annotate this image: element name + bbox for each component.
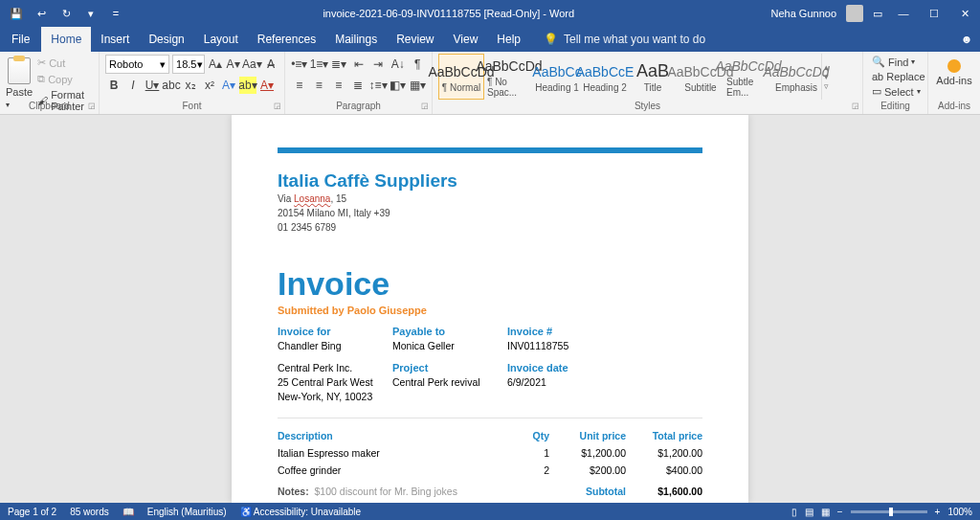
italic-button[interactable]: I <box>124 77 142 94</box>
grow-font-icon[interactable]: A▴ <box>208 56 223 73</box>
tab-review[interactable]: Review <box>387 27 443 52</box>
numbering-icon[interactable]: 1≡▾ <box>311 56 328 73</box>
document-canvas[interactable]: Italia Caffè Suppliers Via Losanna, 15 2… <box>0 115 980 503</box>
style-emphasis[interactable]: AaBbCcDdEmphasis <box>773 54 819 100</box>
align-center-icon[interactable]: ≡ <box>311 77 328 94</box>
notes-label: Notes: <box>278 486 309 497</box>
styles-scroll[interactable]: ▴▾▿ <box>821 54 835 100</box>
tab-file[interactable]: File <box>0 27 41 52</box>
justify-icon[interactable]: ≣ <box>350 77 368 94</box>
row-desc: Italian Espresso maker <box>278 447 511 459</box>
bold-button[interactable]: B <box>105 77 122 94</box>
multilevel-icon[interactable]: ≣▾ <box>331 56 348 73</box>
underline-button[interactable]: U▾ <box>144 77 161 94</box>
select-button[interactable]: ▭ Select <box>869 84 922 99</box>
style-heading1[interactable]: AaBbCcHeading 1 <box>534 54 580 100</box>
zoom-in-icon[interactable]: + <box>935 507 941 517</box>
invoice-for-street: 25 Central Park West <box>278 376 392 388</box>
view-web-icon[interactable]: ▦ <box>821 507 830 517</box>
addins-button[interactable]: Add-ins <box>934 54 974 86</box>
avatar[interactable] <box>846 5 863 22</box>
addr-misspell: Losanna <box>294 193 330 204</box>
col-total: Total price <box>626 430 702 441</box>
styles-launcher-icon[interactable]: ◲ <box>852 102 859 110</box>
row-qty: 1 <box>511 447 549 459</box>
subscript-button[interactable]: x₂ <box>182 77 199 94</box>
paragraph-group-label: Paragraph <box>336 101 381 111</box>
font-color-icon[interactable]: A▾ <box>258 77 276 94</box>
shrink-font-icon[interactable]: A▾ <box>226 56 241 73</box>
style-name: Heading 2 <box>583 82 627 93</box>
addins-group-label: Add-ins <box>938 101 970 111</box>
qat-more-icon[interactable]: ▾ <box>80 3 101 24</box>
font-name-select[interactable]: Roboto▾ <box>105 55 169 74</box>
zoom-slider[interactable] <box>851 510 927 513</box>
cut-button[interactable]: ✂ Cut <box>34 56 93 70</box>
tab-layout[interactable]: Layout <box>194 27 248 52</box>
font-launcher-icon[interactable]: ◲ <box>274 102 281 110</box>
tab-view[interactable]: View <box>444 27 488 52</box>
view-read-icon[interactable]: ▯ <box>791 507 797 517</box>
tab-mailings[interactable]: Mailings <box>325 27 387 52</box>
tell-me[interactable]: 💡 Tell me what you want to do <box>530 27 705 52</box>
select-label: Select <box>884 86 914 98</box>
feedback-icon[interactable]: ☻ <box>953 27 980 52</box>
find-button[interactable]: 🔍 Find <box>869 55 922 69</box>
align-right-icon[interactable]: ≡ <box>330 77 347 94</box>
superscript-button[interactable]: x² <box>201 77 218 94</box>
status-accessibility[interactable]: ♿ Accessibility: Unavailable <box>240 507 362 517</box>
indent-icon[interactable]: ⇥ <box>370 56 388 73</box>
copy-button[interactable]: ⧉ Copy <box>34 72 93 86</box>
row-total: $400.00 <box>626 464 702 476</box>
tab-insert[interactable]: Insert <box>91 27 139 52</box>
zoom-out-icon[interactable]: − <box>837 507 843 517</box>
row-desc: Coffee grinder <box>278 464 511 476</box>
style-nospacing[interactable]: AaBbCcDd¶ No Spac... <box>486 54 532 100</box>
close-icon[interactable]: ✕ <box>949 8 980 20</box>
status-page[interactable]: Page 1 of 2 <box>8 507 56 517</box>
line-spacing-icon[interactable]: ↕≡▾ <box>369 77 387 94</box>
status-words[interactable]: 85 words <box>70 507 109 517</box>
text-effects-icon[interactable]: A▾ <box>220 77 237 94</box>
show-marks-icon[interactable]: ¶ <box>410 56 427 73</box>
invoice-for-city: New-York, NY, 10023 <box>278 391 392 402</box>
style-sample: AaBbCcE <box>576 61 635 82</box>
styles-gallery[interactable]: AaBbCcDd¶ Normal AaBbCcDd¶ No Spac... Aa… <box>438 54 857 100</box>
align-left-icon[interactable]: ≡ <box>291 77 308 94</box>
tab-design[interactable]: Design <box>139 27 193 52</box>
undo-icon[interactable]: ↩ <box>31 3 52 24</box>
page: Italia Caffè Suppliers Via Losanna, 15 2… <box>232 115 748 503</box>
bullets-icon[interactable]: •≡▾ <box>291 56 308 73</box>
font-size-select[interactable]: 18.5▾ <box>172 55 205 74</box>
status-spell-icon[interactable]: 📖 <box>122 507 134 517</box>
minimize-icon[interactable]: — <box>888 8 919 20</box>
change-case-icon[interactable]: Aa▾ <box>243 56 260 73</box>
zoom-value[interactable]: 100% <box>947 507 972 517</box>
status-language[interactable]: English (Mauritius) <box>147 507 227 517</box>
replace-button[interactable]: ab Replace <box>869 70 922 83</box>
strike-button[interactable]: abc <box>163 77 180 94</box>
redo-icon[interactable]: ↻ <box>56 3 77 24</box>
tab-home[interactable]: Home <box>41 27 91 52</box>
clear-format-icon[interactable]: A̶ <box>263 56 278 73</box>
sort-icon[interactable]: A↓ <box>390 56 407 73</box>
maximize-icon[interactable]: ☐ <box>919 8 949 20</box>
view-print-icon[interactable]: ▤ <box>805 507 813 517</box>
shading-icon[interactable]: ◧▾ <box>390 77 407 94</box>
ribbon-display-icon[interactable]: ▭ <box>873 8 882 20</box>
qat-customize-icon[interactable]: = <box>105 3 126 24</box>
style-heading2[interactable]: AaBbCcEHeading 2 <box>582 54 628 100</box>
tab-help[interactable]: Help <box>487 27 530 52</box>
user-name[interactable]: Neha Gunnoo <box>771 8 837 19</box>
clipboard-group-label: Clipboard <box>29 101 70 111</box>
label-invoice-for: Invoice for <box>278 326 392 337</box>
clipboard-launcher-icon[interactable]: ◲ <box>88 102 96 110</box>
save-icon[interactable]: 💾 <box>6 3 27 24</box>
style-name: Subtitle <box>684 82 716 93</box>
project-value: Central Perk revival <box>392 376 507 402</box>
outdent-icon[interactable]: ⇤ <box>350 56 368 73</box>
paragraph-launcher-icon[interactable]: ◲ <box>421 102 429 110</box>
tab-references[interactable]: References <box>248 27 325 52</box>
borders-icon[interactable]: ▦▾ <box>410 77 427 94</box>
highlight-icon[interactable]: ab▾ <box>239 77 256 94</box>
